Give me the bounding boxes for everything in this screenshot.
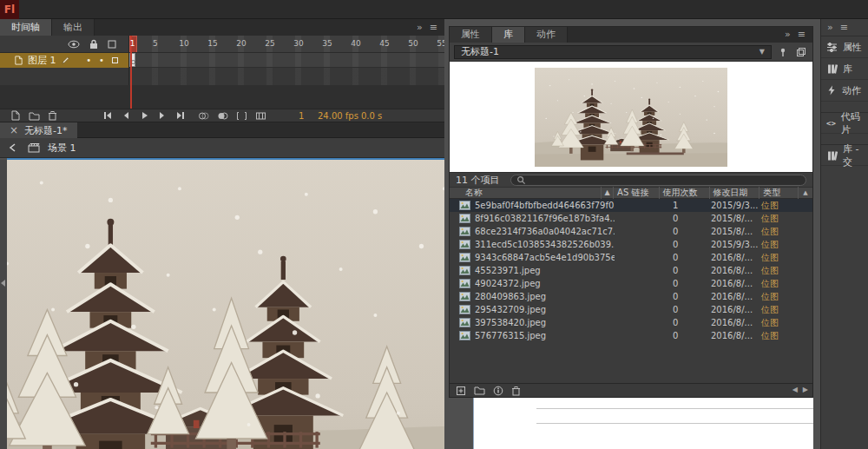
panel-menu-icon[interactable]: ≡ <box>430 19 437 36</box>
column-header-linkage[interactable]: AS 链接 <box>614 187 660 199</box>
library-item-row[interactable]: 295432709.jpeg02016/8/...位图 <box>450 303 812 316</box>
step-forward-button[interactable] <box>157 110 168 121</box>
current-frame-indicator[interactable]: 1 <box>299 111 304 121</box>
layer-name[interactable]: 图层 1 <box>28 54 56 67</box>
library-item-row[interactable]: 397538420.jpeg02016/8/...位图 <box>450 316 812 329</box>
layer-outline-swatch[interactable] <box>112 57 118 63</box>
scene-name[interactable]: 场景 1 <box>48 142 76 155</box>
dock-item-code-snippets[interactable]: <> 代码片 <box>821 112 868 134</box>
frame-rate-indicator[interactable]: 24.00 fps <box>318 111 358 121</box>
library-item-type: 位图 <box>761 213 800 225</box>
column-header-type[interactable]: 类型 <box>760 187 799 199</box>
scroll-right-arrow[interactable]: ▶ <box>803 386 808 393</box>
search-input[interactable] <box>529 175 801 185</box>
collapse-arrow-icon[interactable] <box>1 280 5 287</box>
app-title-bar: Fl <box>0 0 868 19</box>
layer-frames-track[interactable] <box>128 53 444 68</box>
panel-menu-icon[interactable]: ≡ <box>798 26 806 43</box>
dock-item-label: 库 <box>843 63 852 76</box>
library-item-modified: 2015/9/3... <box>711 201 761 210</box>
layer-state-dots[interactable]: •• <box>86 56 128 65</box>
bitmap-icon <box>459 227 470 236</box>
show-hide-all-layers-icon[interactable] <box>68 40 80 49</box>
dock-header: » ≡ <box>821 19 868 36</box>
library-item-name: 49024372.jpeg <box>475 279 541 288</box>
back-arrow-icon[interactable] <box>8 142 20 153</box>
scroll-left-arrow[interactable]: ◀ <box>792 386 798 393</box>
tab-output[interactable]: 输出 <box>52 19 95 36</box>
modify-markers-button[interactable] <box>255 111 266 121</box>
new-folder-button[interactable] <box>474 386 485 395</box>
library-item-row[interactable]: 8f916c03821167f96e187b3fa4...02015/8/...… <box>450 212 812 225</box>
go-to-last-frame-button[interactable] <box>175 110 186 121</box>
tab-library[interactable]: 库 <box>492 27 525 43</box>
tab-timeline[interactable]: 时间轴 <box>0 19 52 36</box>
library-item-row[interactable]: 45523971.jpeg02016/8/...位图 <box>450 264 812 277</box>
library-search-box[interactable] <box>510 175 807 186</box>
library-item-row[interactable]: 5e9baf0f4bfbfbedd464663f79f0...12015/9/3… <box>450 199 812 212</box>
dock-item-label: 代码片 <box>841 110 868 136</box>
library-item-modified: 2015/9/3... <box>711 240 761 249</box>
library-item-type: 位图 <box>761 252 800 264</box>
pin-library-button[interactable] <box>776 45 790 59</box>
stage-paper-area[interactable] <box>473 398 813 449</box>
delete-layer-button[interactable] <box>48 110 57 121</box>
stage-canvas[interactable] <box>7 160 444 449</box>
timeline-lower-area <box>0 85 444 109</box>
new-layer-button[interactable] <box>10 110 21 121</box>
library-books-icon <box>826 150 838 161</box>
library-item-row[interactable]: 9343c68847acb5e4e1d90b375e...02016/8/...… <box>450 251 812 264</box>
document-tab[interactable]: × 无标题-1* <box>0 122 77 138</box>
sort-order-toggle[interactable]: ▲ <box>799 187 812 199</box>
item-properties-button[interactable] <box>493 386 503 396</box>
collapsed-panel-strip[interactable] <box>0 160 7 449</box>
layer-icon <box>14 56 23 65</box>
library-item-use-count: 0 <box>661 305 711 314</box>
outline-view-icon[interactable] <box>108 40 116 49</box>
column-header-name[interactable]: 名称 <box>450 187 602 199</box>
new-symbol-button[interactable] <box>456 386 466 396</box>
timeline-tab-bar: 时间轴 输出 » ≡ <box>0 19 444 36</box>
library-item-row[interactable]: 576776315.jpeg02016/8/...位图 <box>450 329 812 342</box>
go-to-first-frame-button[interactable] <box>102 110 113 121</box>
onion-skin-outlines-button[interactable] <box>217 111 228 121</box>
library-toolbar: 无标题-1 ▼ <box>450 43 812 62</box>
library-item-row[interactable]: 311ecd5c1038534382526b039...02015/9/3...… <box>450 238 812 251</box>
tab-properties[interactable]: 属性 <box>450 27 492 43</box>
code-snippets-icon: <> <box>826 119 836 128</box>
panel-collapse-icon[interactable]: » <box>417 19 423 36</box>
close-document-icon[interactable]: × <box>10 124 18 136</box>
lock-all-layers-icon[interactable] <box>89 39 98 50</box>
library-item-type: 位图 <box>761 265 800 277</box>
dock-item-properties[interactable]: 属性 <box>821 36 868 58</box>
library-item-row[interactable]: 68ce2314f736a0a04042ac71c7...02015/8/...… <box>450 225 812 238</box>
column-header-use-count[interactable]: 使用次数 <box>660 187 710 199</box>
dock-item-library[interactable]: 库 <box>821 58 868 80</box>
tab-actions[interactable]: 动作 <box>525 27 568 43</box>
new-library-panel-button[interactable] <box>794 45 808 59</box>
library-item-row[interactable]: 280409863.jpeg02016/8/...位图 <box>450 290 812 303</box>
frame-ruler[interactable]: 1510152025303540455055 <box>128 36 444 53</box>
play-button[interactable] <box>139 110 149 121</box>
library-document-name: 无标题-1 <box>461 45 499 58</box>
column-header-modified[interactable]: 修改日期 <box>710 187 760 199</box>
library-item-row[interactable]: 49024372.jpeg02016/8/...位图 <box>450 277 812 290</box>
layer-row[interactable]: 图层 1 •• <box>0 53 128 68</box>
dock-collapse-icon[interactable]: » <box>827 22 833 33</box>
new-folder-button[interactable] <box>29 111 40 121</box>
step-back-button[interactable] <box>121 110 131 121</box>
dock-item-library-2[interactable]: 库 - 交 <box>821 144 868 166</box>
search-icon <box>516 175 526 185</box>
delete-item-button[interactable] <box>511 386 521 396</box>
library-item-type: 位图 <box>761 304 800 316</box>
panel-collapse-icon[interactable]: » <box>785 26 791 43</box>
preview-artwork <box>535 68 727 167</box>
dock-menu-icon[interactable]: ≡ <box>840 22 848 33</box>
onion-skin-button[interactable] <box>198 111 209 121</box>
divider-line <box>536 423 813 424</box>
dock-item-actions[interactable]: 动作 <box>821 80 868 102</box>
library-document-dropdown[interactable]: 无标题-1 ▼ <box>454 45 772 59</box>
library-item-modified: 2015/8/... <box>711 227 761 236</box>
edit-multiple-frames-button[interactable] <box>236 111 247 121</box>
library-item-name: 397538420.jpeg <box>475 318 546 327</box>
